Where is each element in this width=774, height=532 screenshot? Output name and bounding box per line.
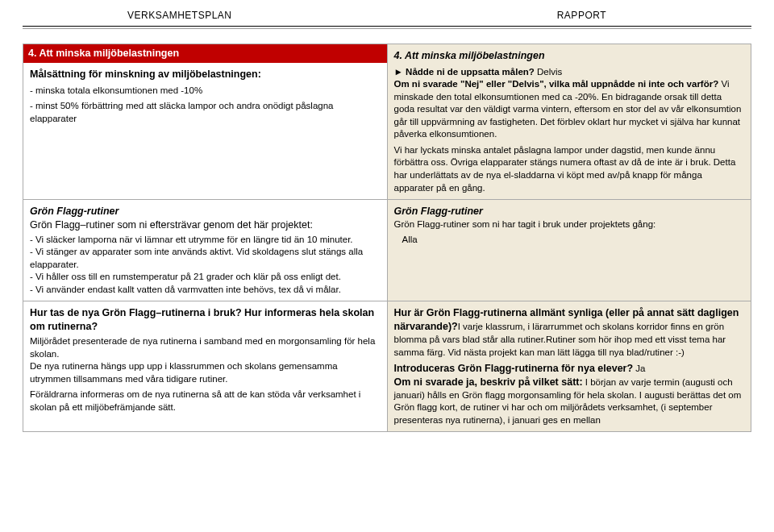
- report-followup-block: Om ni svarade "Nej" eller "Delvis", vilk…: [394, 78, 745, 141]
- plan-goal-2: - minst 50% förbättring med att släcka l…: [30, 100, 381, 125]
- report-intro-how: Om ni svarade ja, beskriv på vilket sätt…: [394, 376, 745, 426]
- plan-routine-2: - Vi stänger av apparater som inte använ…: [30, 246, 381, 271]
- report-q-reached-ans: Delvis: [535, 67, 563, 77]
- plan-routines-title: Grön Flagg-rutiner: [30, 205, 381, 218]
- plan-routine-3: - Vi håller oss till en rumstemperatur p…: [30, 271, 381, 284]
- plan-routines-sub: Grön Flagg–rutiner som ni eftersträvar g…: [30, 218, 381, 232]
- rule-mid: [23, 28, 751, 29]
- plan-goal-label: Målsättning för minskning av miljöbelast…: [30, 68, 381, 81]
- plan-section-4-title: 4. Att minska miljöbelastningen: [23, 44, 387, 63]
- report-routines-sub: Grön Flagg-rutiner som ni har tagit i br…: [394, 218, 745, 231]
- report-routines-answer: Alla: [402, 234, 745, 247]
- report-routines-title: Grön Flagg-rutiner: [394, 205, 745, 218]
- plan-routine-1: - Vi släcker lamporna när vi lämnar ett …: [30, 234, 381, 247]
- rule-top: [23, 26, 751, 27]
- report-intro-new: Introduceras Grön Flagg-rutinerna för ny…: [394, 362, 745, 376]
- report-intro-how-q: Om ni svarade ja, beskriv på vilket sätt…: [394, 376, 583, 388]
- report-intro-ans: Ja: [633, 364, 645, 373]
- report-implementation: Hur är Grön Flagg-rutinerna allmänt synl…: [388, 301, 752, 432]
- plan-implementation: Hur tas de nya Grön Flagg–rutinerna i br…: [23, 301, 388, 432]
- report-section-4-title: 4. Att minska miljöbelastningen: [394, 49, 745, 63]
- header-right: RAPPORT: [557, 10, 606, 21]
- plan-routines: Grön Flagg-rutiner Grön Flagg–rutiner so…: [23, 200, 388, 301]
- report-why-answer-2: Vi har lyckats minska antalet påslagna l…: [394, 144, 745, 194]
- report-q-reached: ► Nådde ni de uppsatta målen?: [394, 67, 535, 77]
- content-table: 4. Att minska miljöbelastningen Målsättn…: [23, 44, 751, 432]
- plan-goal-1: - minska totala elkonsumtionen med -10%: [30, 85, 381, 98]
- report-goal-question: ► Nådde ni de uppsatta målen? Delvis: [394, 66, 745, 79]
- report-routines: Grön Flagg-rutiner Grön Flagg-rutiner so…: [388, 200, 752, 301]
- report-visibility: Hur är Grön Flagg-rutinerna allmänt synl…: [394, 306, 745, 359]
- plan-impl-p2: De nya rutinerna hängs upp upp i klassru…: [30, 360, 381, 385]
- report-q-why: Om ni svarade "Nej" eller "Delvis", vilk…: [394, 79, 719, 89]
- plan-impl-p3: Föräldrarna informeras om de nya rutiner…: [30, 389, 381, 414]
- report-section-4: 4. Att minska miljöbelastningen ► Nådde …: [388, 44, 752, 200]
- page-header: VERKSAMHETSPLAN RAPPORT: [23, 10, 751, 21]
- header-left: VERKSAMHETSPLAN: [127, 10, 232, 21]
- report-intro-q: Introduceras Grön Flagg-rutinerna för ny…: [394, 363, 634, 374]
- plan-routine-4: - Vi använder endast kallt vatten då var…: [30, 284, 381, 297]
- plan-impl-q: Hur tas de nya Grön Flagg–rutinerna i br…: [30, 306, 381, 334]
- plan-impl-p1: Miljörådet presenterade de nya rutinerna…: [30, 335, 381, 360]
- plan-section-4: 4. Att minska miljöbelastningen Målsättn…: [23, 44, 388, 200]
